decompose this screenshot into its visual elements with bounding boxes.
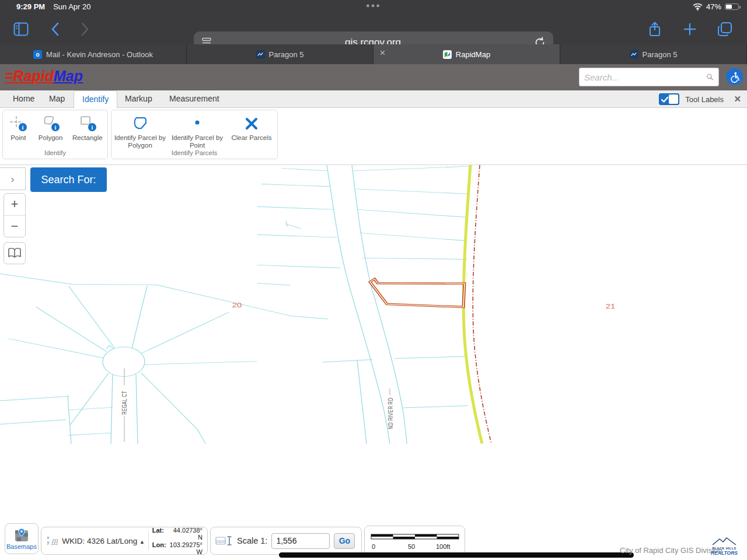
battery-percent: 47% [706,2,721,11]
tab-measurement[interactable]: Measurement [161,90,228,108]
section-label-20: 20 [232,302,242,309]
zoom-in-button[interactable]: + [4,194,25,215]
check-icon [661,96,669,103]
section-label-21: 21 [606,303,616,310]
tab-title: RapidMap [456,50,490,59]
tab-strip: o Mail - Kevin Andreson - Outlook Parago… [0,44,747,64]
svg-text:i: i [91,124,93,131]
go-button[interactable]: Go [334,533,355,549]
street-centerlines [124,368,390,442]
basemaps-button[interactable]: Basemaps [5,523,39,554]
tab-outlook[interactable]: o Mail - Kevin Andreson - Outlook [0,44,187,64]
scalebar-end: 100ft [436,543,450,550]
tool-labels-toggle[interactable] [659,93,679,105]
app-search-input[interactable] [580,72,706,82]
map-canvas[interactable]: 20 21 REGAL CT ND RIVER RD › Search For:… [0,165,747,560]
scale-input[interactable] [271,533,330,549]
lon-value: 103.29275° W [170,541,203,555]
paragon-favicon [630,50,638,59]
svg-text:y: y [47,540,50,545]
polygon-icon: i [40,114,61,133]
parcel-polygon-icon [132,114,148,133]
tabs-overview-button[interactable] [714,19,735,40]
scalebar-graphic [371,534,459,540]
wkid-selector[interactable]: WKID: 4326 Lat/Long ▲ [62,537,145,545]
realtors-bottom-text: REALTORS [707,551,741,556]
clear-parcels-button[interactable]: Clear Parcels [226,114,277,142]
point-tool-button[interactable]: i Point [8,114,29,142]
tab-close-icon[interactable]: ✕ [379,49,386,57]
rectangle-icon: i [77,114,98,133]
forward-button[interactable] [75,19,96,40]
basemap-pin-icon [13,528,30,542]
identify-parcel-by-point-button[interactable]: Identify Parcel by Point [169,114,225,149]
scale-label: Scale 1: [237,536,267,545]
sidebar-toggle-button[interactable] [11,19,32,40]
app-search-box[interactable] [579,68,719,86]
scalebar-start: 0 [372,543,375,550]
tab-paragon-2[interactable]: Paragon 5 [560,44,747,64]
selected-parcel-outline[interactable] [370,279,465,307]
zoom-out-button[interactable]: − [4,215,25,237]
tool-label: Clear Parcels [231,134,271,142]
lon-label: Lon: [152,541,166,555]
identify-parcel-by-polygon-button[interactable]: Identify Parcel by Polygon [112,114,168,149]
group-label-identify: Identify [3,149,107,159]
home-indicator[interactable] [279,552,634,558]
rapidmap-favicon [443,50,452,59]
logo-map: Map [54,68,83,84]
app-header: =RapidMap [0,64,747,90]
parcel-point-icon [189,114,205,133]
section-boundary-line [473,165,491,443]
book-icon [8,247,22,259]
tool-label: Identify Parcel by Point [169,134,225,149]
tab-identify[interactable]: Identify [74,90,117,108]
svg-text:i: i [22,124,24,131]
tab-map[interactable]: Map [41,90,73,108]
back-button[interactable] [44,19,65,40]
rapidmap-logo: =RapidMap [5,68,83,85]
tool-label: Point [11,134,26,142]
lat-label: Lat: [152,527,166,541]
bookmarks-button[interactable] [4,242,26,264]
rectangle-tool-button[interactable]: i Rectangle [72,114,103,142]
date: Sun Apr 20 [53,2,90,11]
ribbon-body: i Point i Polygon i Rectangle Ide [0,108,747,165]
paragon-favicon [256,50,265,59]
basemaps-label: Basemaps [6,543,37,550]
scale-panel: 1500 Scale 1: Go [210,527,362,555]
zoom-controls: + − [4,193,26,237]
tab-title: Mail - Kevin Andreson - Outlook [46,50,153,59]
wheelchair-icon [729,71,741,83]
highlighted-road-line [463,165,482,443]
search-for-button[interactable]: Search For: [30,167,107,192]
outlook-favicon: o [33,50,42,59]
scale-ruler-icon: 1500 [215,534,233,547]
ribbon-close-icon[interactable]: ✕ [734,94,741,104]
tab-paragon-1[interactable]: Paragon 5 [187,44,374,64]
xy-grid-icon: x y [46,533,58,549]
svg-text:x: x [47,536,50,540]
search-icon[interactable] [706,71,714,83]
accessibility-button[interactable] [726,68,743,85]
svg-text:i: i [54,124,56,131]
share-button[interactable] [644,19,665,40]
scalebar-panel: 0 50 100ft [364,526,465,556]
multitask-dots-icon: ●●● [366,2,381,9]
street-label-nd-river-rd: ND RIVER RD [387,398,395,429]
tab-home[interactable]: Home [5,90,43,108]
tab-rapidmap-active[interactable]: ✕ RapidMap [374,44,560,64]
tab-title: Paragon 5 [643,50,678,59]
new-tab-button[interactable] [679,19,700,40]
expand-panel-button[interactable]: › [0,167,26,190]
ribbon-group-identify-parcels: Identify Parcel by Polygon Identify Parc… [111,110,278,159]
ribbon-tab-bar: Home Map Identify Markup Measurement Too… [0,90,747,108]
wkid-arrow-icon: ▲ [139,539,145,545]
status-bar: 9:29 PM Sun Apr 20 ●●● 47% [0,0,747,14]
polygon-tool-button[interactable]: i Polygon [39,114,63,142]
lat-value: 44.02738° N [170,527,203,541]
wifi-icon [693,3,703,10]
street-label-regal-ct: REGAL CT [121,391,128,415]
tab-markup[interactable]: Markup [117,90,160,108]
coordinate-panel: x y WKID: 4326 Lat/Long ▲ Lat: 44.02738°… [41,527,208,555]
